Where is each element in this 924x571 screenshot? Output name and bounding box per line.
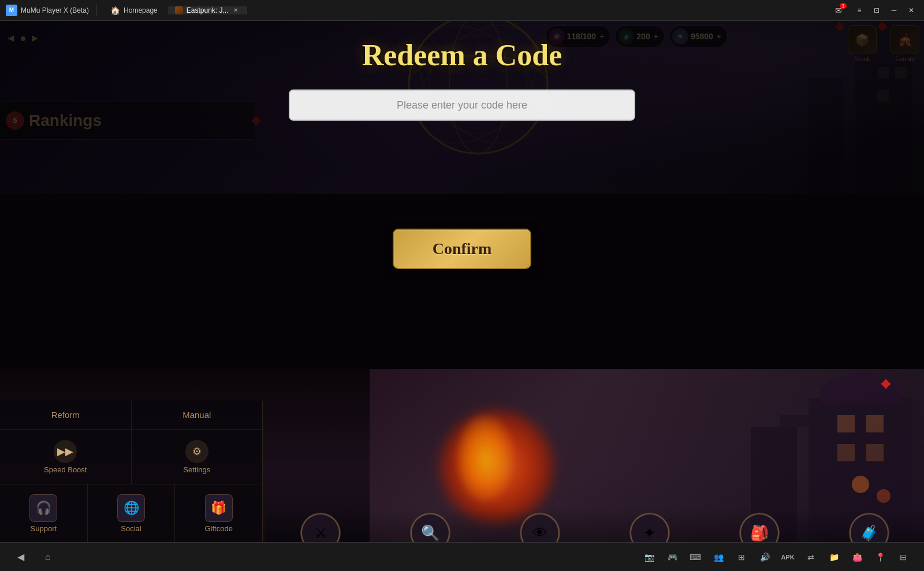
back-button[interactable]: ◀ — [12, 548, 30, 566]
game-tab[interactable]: Eastpunk: J... ✕ — [168, 6, 248, 14]
left-panel-row2: ▶▶ Speed Boost ⚙ Settings — [0, 430, 262, 484]
speed-boost-label: Speed Boost — [44, 465, 87, 474]
notification-button[interactable]: ✉ 1 — [834, 2, 850, 18]
emulator-toolbar-right: 📷 🎮 ⌨ 👥 ⊞ 🔊 APK ⇄ 📁 👛 📍 ⊟ — [640, 548, 912, 566]
restore-button[interactable]: ⊡ — [869, 2, 885, 18]
svg-point-24 — [877, 489, 891, 503]
home-button[interactable]: ⌂ — [39, 548, 57, 566]
svg-rect-18 — [866, 415, 884, 432]
emulator-bar: ◀ ⌂ 📷 🎮 ⌨ 👥 ⊞ 🔊 APK ⇄ 📁 👛 📍 ⊟ — [0, 542, 924, 571]
sync-tool[interactable]: ⇄ — [802, 548, 820, 566]
emulator-nav-left: ◀ ⌂ — [12, 548, 57, 566]
tab-close-button[interactable]: ✕ — [232, 6, 240, 14]
title-bar: M MuMu Player X (Beta) 🏠 Homepage Eastpu… — [0, 0, 924, 21]
close-button[interactable]: ✕ — [903, 2, 919, 18]
app-title: MuMu Player X (Beta) — [21, 6, 89, 14]
confirm-button-area: Confirm — [0, 206, 924, 269]
expand-tool[interactable]: ⊟ — [894, 548, 912, 566]
game-tab-favicon — [175, 6, 183, 14]
menu-button[interactable]: ≡ — [851, 2, 867, 18]
camera-tool[interactable]: 📷 — [640, 548, 658, 566]
svg-rect-19 — [837, 444, 855, 461]
svg-rect-22 — [780, 415, 820, 427]
title-bar-left: M MuMu Player X (Beta) 🏠 Homepage Eastpu… — [0, 5, 834, 16]
people-tool[interactable]: 👥 — [709, 548, 728, 566]
speed-boost-button[interactable]: ▶▶ Speed Boost — [0, 430, 132, 484]
screenshot-tool[interactable]: ⊞ — [732, 548, 751, 566]
code-input[interactable] — [289, 89, 635, 121]
redeem-title: Redeem a Code — [362, 38, 562, 72]
reform-button[interactable]: Reform — [0, 401, 132, 429]
app-icon: M — [6, 5, 17, 16]
keyboard-tool[interactable]: ⌨ — [686, 548, 705, 566]
svg-point-23 — [852, 476, 869, 493]
apk-tool[interactable]: APK — [778, 548, 797, 566]
redeem-dialog: Redeem a Code — [0, 21, 924, 206]
left-panel: Reform Manual ▶▶ Speed Boost ⚙ Set — [0, 401, 263, 542]
social-button[interactable]: 🌐 Social — [88, 484, 176, 542]
settings-label: Settings — [183, 465, 210, 474]
left-panel-row1: Reform Manual — [0, 401, 262, 430]
speed-boost-icon: ▶▶ — [54, 440, 77, 463]
minimize-button[interactable]: ─ — [886, 2, 902, 18]
location-tool[interactable]: 📍 — [871, 548, 889, 566]
svg-rect-17 — [837, 415, 855, 432]
settings-button[interactable]: ⚙ Settings — [132, 430, 263, 484]
folder-tool[interactable]: 📁 — [825, 548, 843, 566]
manual-button[interactable]: Manual — [132, 401, 263, 429]
gamepad-tool[interactable]: 🎮 — [663, 548, 681, 566]
fire-glow-secondary — [456, 415, 514, 502]
svg-rect-15 — [820, 386, 901, 404]
support-button[interactable]: 🎧 Support — [0, 484, 88, 542]
game-area: ◄ ► ❀ 118/100 + ◈ 200 + ✦ 95800 + 📦 Stoc… — [0, 21, 924, 571]
dialog-overlay: Redeem a Code Confirm — [0, 21, 924, 571]
settings-icon: ⚙ — [185, 440, 208, 463]
title-bar-controls: ✉ 1 ≡ ⊡ ─ ✕ — [834, 2, 924, 18]
confirm-button[interactable]: Confirm — [393, 229, 531, 269]
giftcode-label: Giftcode — [204, 524, 232, 533]
svg-rect-20 — [866, 444, 884, 461]
volume-tool[interactable]: 🔊 — [755, 548, 774, 566]
support-icon: 🎧 — [29, 494, 57, 522]
support-label: Support — [31, 524, 57, 533]
social-icon: 🌐 — [117, 494, 145, 522]
giftcode-button[interactable]: 🎁 Giftcode — [175, 484, 262, 542]
wallet-tool[interactable]: 👛 — [848, 548, 866, 566]
home-tab[interactable]: 🏠 Homepage — [103, 6, 165, 15]
left-panel-row3: 🎧 Support 🌐 Social 🎁 Giftcode — [0, 484, 262, 542]
social-label: Social — [121, 524, 141, 533]
giftcode-icon: 🎁 — [205, 494, 233, 522]
